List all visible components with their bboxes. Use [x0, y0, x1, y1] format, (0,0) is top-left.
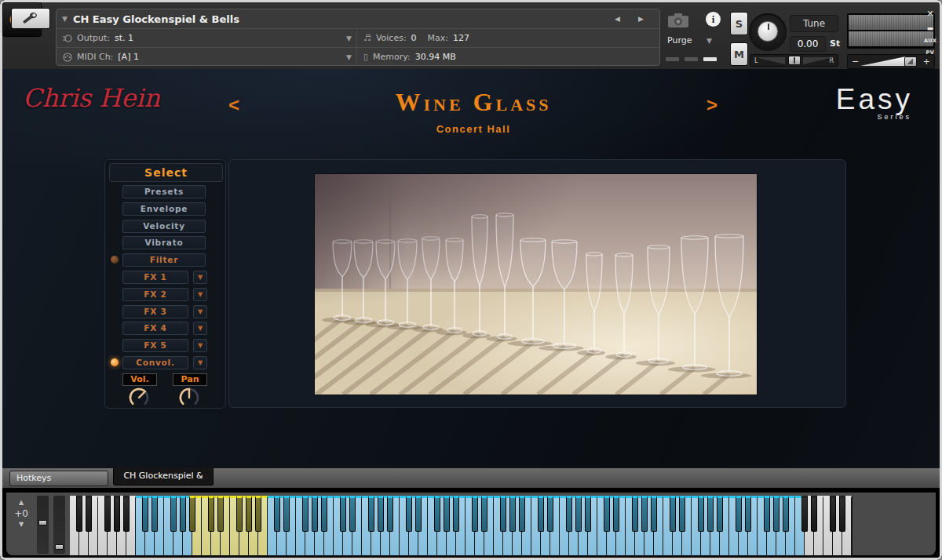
black-key[interactable] — [613, 496, 619, 532]
select-button-fx-4[interactable]: FX 4 — [122, 322, 188, 335]
volume-knob[interactable] — [126, 386, 152, 409]
black-key[interactable] — [773, 496, 780, 532]
transpose-control[interactable]: ▲ +0 ▼ — [9, 497, 34, 552]
black-key[interactable] — [368, 496, 374, 532]
max-value[interactable]: 127 — [453, 33, 469, 43]
black-key[interactable] — [519, 496, 525, 532]
black-key[interactable] — [632, 496, 638, 532]
black-key[interactable] — [736, 496, 742, 532]
black-key[interactable] — [123, 496, 130, 532]
purge-button[interactable]: Purge — [667, 35, 692, 45]
black-key[interactable] — [189, 496, 195, 532]
black-key[interactable] — [500, 496, 506, 532]
black-key[interactable] — [246, 496, 252, 532]
black-key[interactable] — [236, 496, 243, 532]
hotkeys-tab[interactable]: Hotkeys — [9, 471, 108, 486]
black-key[interactable] — [651, 496, 657, 532]
info-button[interactable]: i — [706, 12, 721, 27]
pitch-wheel[interactable] — [37, 496, 49, 554]
select-button-presets[interactable]: Presets — [122, 185, 206, 198]
black-key[interactable] — [444, 496, 450, 532]
black-key[interactable] — [321, 496, 327, 532]
edit-wrench-button[interactable] — [11, 8, 50, 29]
black-key[interactable] — [208, 496, 214, 532]
midi-caret[interactable]: ▼ — [346, 53, 352, 61]
select-dropdown-convol-[interactable]: ▼ — [193, 356, 207, 369]
title-collapse-caret[interactable]: ▼ — [62, 15, 68, 23]
black-key[interactable] — [255, 496, 261, 532]
output-caret[interactable]: ▼ — [346, 35, 352, 42]
mute-button[interactable]: M — [730, 42, 748, 66]
camera-icon[interactable] — [667, 13, 689, 31]
black-key[interactable] — [274, 496, 280, 532]
black-key[interactable] — [86, 496, 92, 532]
pan-knob[interactable] — [176, 386, 203, 409]
black-key[interactable] — [575, 496, 582, 532]
black-key[interactable] — [180, 496, 186, 532]
black-key[interactable] — [434, 496, 440, 532]
black-key[interactable] — [415, 496, 422, 532]
black-key[interactable] — [472, 496, 478, 532]
black-key[interactable] — [387, 496, 393, 532]
black-key[interactable] — [170, 496, 177, 532]
pitch-wheel-handle[interactable] — [38, 520, 47, 525]
select-button-fx-3[interactable]: FX 3 — [122, 305, 188, 318]
black-key[interactable] — [670, 496, 676, 532]
black-key[interactable] — [641, 496, 648, 532]
volume-handle[interactable] — [904, 56, 917, 67]
black-key[interactable] — [783, 496, 789, 532]
select-button-fx-2[interactable]: FX 2 — [122, 288, 188, 301]
midi-row[interactable]: MIDI Ch: [A] 1 ▼ — [57, 48, 356, 66]
black-key[interactable] — [679, 496, 685, 532]
black-key[interactable] — [604, 496, 610, 532]
black-key[interactable] — [283, 496, 290, 532]
select-dropdown-fx-1[interactable]: ▼ — [193, 271, 207, 284]
black-key[interactable] — [509, 496, 516, 532]
black-key[interactable] — [114, 496, 120, 532]
black-key[interactable] — [349, 496, 356, 532]
black-key[interactable] — [830, 496, 836, 532]
select-button-fx-1[interactable]: FX 1 — [122, 271, 188, 284]
mod-wheel[interactable] — [53, 496, 65, 554]
select-button-vibrato[interactable]: Vibrato — [122, 236, 206, 249]
volume-slider[interactable]: − + — [847, 54, 935, 69]
mod-wheel-handle[interactable] — [55, 544, 64, 550]
select-button-fx-5[interactable]: FX 5 — [122, 339, 188, 352]
black-key[interactable] — [76, 496, 82, 532]
pan-slider[interactable]: L R — [750, 54, 838, 67]
transpose-up-icon[interactable]: ▲ — [9, 497, 34, 508]
black-key[interactable] — [378, 496, 384, 532]
black-key[interactable] — [340, 496, 346, 532]
transpose-down-icon[interactable]: ▼ — [9, 519, 34, 530]
black-key[interactable] — [707, 496, 714, 532]
select-button-velocity[interactable]: Velocity — [122, 220, 206, 233]
black-key[interactable] — [104, 496, 111, 532]
black-key[interactable] — [481, 496, 487, 532]
minimize-icon[interactable]: ▬ — [924, 24, 937, 32]
black-key[interactable] — [811, 496, 817, 532]
select-dropdown-fx-2[interactable]: ▼ — [193, 288, 207, 301]
midi-value[interactable]: [A] 1 — [118, 52, 139, 62]
instrument-nav-arrows[interactable]: ◀ ▶ — [615, 15, 652, 23]
select-dropdown-fx-5[interactable]: ▼ — [193, 339, 207, 352]
black-key[interactable] — [566, 496, 572, 532]
select-button-filter[interactable]: Filter — [122, 253, 206, 267]
purge-caret[interactable]: ▼ — [706, 37, 712, 45]
black-key[interactable] — [698, 496, 704, 532]
select-dropdown-fx-4[interactable]: ▼ — [193, 322, 207, 335]
tune-knob[interactable] — [749, 13, 787, 51]
black-key[interactable] — [585, 496, 591, 532]
close-icon[interactable]: ✕ — [924, 9, 937, 19]
pan-handle[interactable] — [788, 56, 801, 65]
instrument-tab[interactable]: CH Glockenspiel & Bells — [113, 468, 214, 485]
aux-button[interactable]: AUX — [924, 38, 937, 44]
black-key[interactable] — [764, 496, 770, 532]
black-key[interactable] — [217, 496, 224, 532]
black-key[interactable] — [406, 496, 412, 532]
output-value[interactable]: st. 1 — [115, 33, 133, 43]
output-row[interactable]: Output: st. 1 ▼ — [57, 29, 356, 47]
select-button-convol-[interactable]: Convol. — [122, 356, 188, 369]
black-key[interactable] — [453, 496, 459, 532]
prev-patch-arrow[interactable]: < — [228, 94, 239, 116]
black-key[interactable] — [547, 496, 553, 532]
